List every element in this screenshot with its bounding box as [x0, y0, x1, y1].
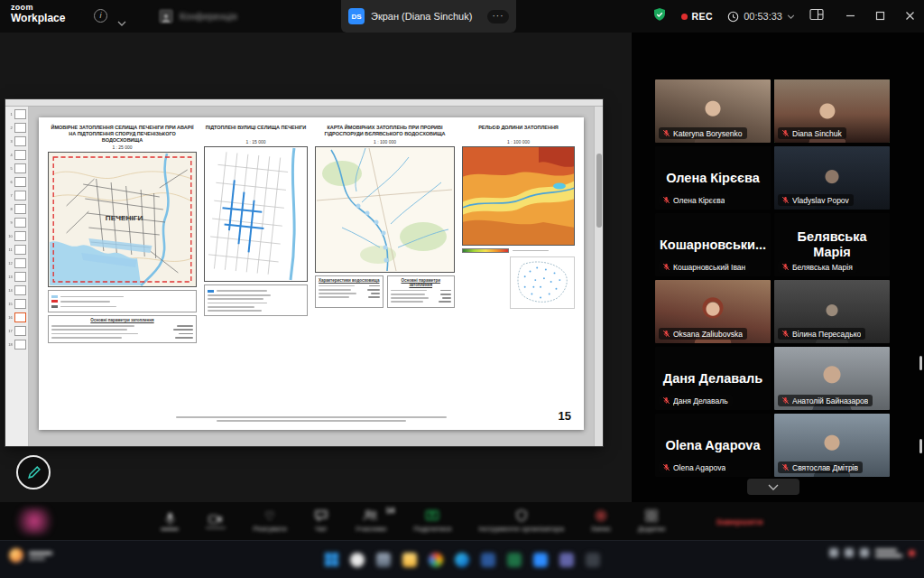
host-tools-button[interactable]: Інструменти організатора — [478, 509, 563, 533]
shared-screen-stage: 1 2 3 4 5 6 7 8 9 10 11 12 13 14 15 16 1… — [0, 33, 632, 502]
participant-name: Олена Кірєєва — [673, 196, 725, 205]
thumb-preview — [14, 163, 26, 173]
end-meeting-button[interactable]: Завершити — [716, 517, 762, 527]
record-button[interactable]: Запис — [591, 509, 611, 533]
tab-more-icon[interactable]: ··· — [487, 10, 509, 23]
heart-icon: ♡ — [264, 510, 275, 522]
thumb-number: 2 — [7, 123, 13, 133]
security-shield-icon[interactable] — [652, 7, 667, 25]
participant-tile[interactable]: Olena Agapova Olena Agapova — [655, 414, 771, 477]
slide-thumbnail[interactable]: 13 — [7, 272, 26, 282]
slide-thumbnail[interactable]: 15 — [7, 299, 26, 309]
share-screen-button[interactable]: Поділитися — [413, 509, 451, 533]
clock-widget[interactable] — [875, 549, 902, 557]
participants-button[interactable]: 14 Учасники — [356, 509, 387, 533]
button-label: Інструменти організатора — [478, 525, 563, 533]
volume-icon[interactable] — [860, 548, 869, 557]
slide-thumbnail[interactable]: 5 — [7, 163, 26, 173]
recording-indicator[interactable]: REC — [681, 11, 714, 22]
participant-tile[interactable]: Kateryna Borysenko — [655, 79, 771, 143]
meeting-timer[interactable]: 00:53:33 — [727, 11, 795, 23]
apps-grid-icon — [645, 509, 658, 522]
windows-start-icon[interactable] — [325, 553, 338, 566]
tab-screen-label: Экран (Diana Sinchuk) — [371, 11, 472, 22]
participant-name: Даня Делаваль — [673, 396, 728, 406]
video-button[interactable] — [206, 514, 226, 529]
slide-thumbnail[interactable]: 10 — [7, 231, 26, 241]
ds-avatar-icon: DS — [348, 8, 365, 24]
settings-icon[interactable] — [586, 553, 600, 567]
participant-tile[interactable]: Oksana Zaliubovska — [655, 280, 771, 343]
edge-icon[interactable] — [455, 553, 469, 567]
mute-button[interactable] — [161, 512, 179, 530]
participant-name-badge: Кошарновський Іван — [659, 261, 750, 273]
participant-name: Olena Agapova — [673, 463, 725, 472]
slide-thumbnail[interactable]: 1 — [7, 109, 26, 119]
title-bar: zoom Workplace i Конференція DS Экран (D… — [0, 0, 924, 33]
participant-tile-active-speaker[interactable]: Diana Sinchuk — [774, 79, 890, 143]
thumb-number: 16 — [7, 312, 13, 322]
slide-thumbnail[interactable]: 9 — [7, 218, 26, 228]
word-icon[interactable] — [481, 553, 495, 567]
slide-thumbnail[interactable]: 12 — [7, 258, 26, 268]
slide-thumbnail[interactable]: 11 — [7, 245, 26, 255]
participant-tile[interactable]: Вілина Пересадько — [774, 280, 890, 343]
canvas-scrollbar[interactable] — [594, 107, 603, 446]
slide-thumbnail[interactable]: 18 — [7, 340, 26, 350]
participant-name: Kateryna Borysenko — [673, 129, 743, 138]
flood-parameters-table: Основні параметри затоплення — [48, 315, 197, 343]
participant-tile[interactable]: Даня Делаваль Даня Делаваль — [655, 347, 771, 410]
slide-thumbnail[interactable]: 3 — [7, 136, 26, 146]
minimize-button[interactable] — [845, 8, 855, 24]
participant-tile[interactable]: Vladyslav Popov — [774, 146, 890, 210]
teams-icon[interactable] — [559, 553, 574, 567]
chrome-icon[interactable] — [429, 553, 443, 567]
participant-name-badge: Вілина Пересадько — [778, 328, 865, 340]
participant-tile[interactable]: Святослав Дмітрів — [774, 414, 890, 477]
notification-dot[interactable] — [909, 550, 915, 556]
slide-thumbnail[interactable]: 4 — [7, 150, 26, 160]
mic-muted-icon — [662, 330, 670, 338]
tab-conference[interactable]: Конференція — [152, 0, 287, 33]
tray-chevron-icon[interactable] — [829, 548, 838, 557]
participant-name-badge: Diana Sinchuk — [778, 127, 846, 139]
participant-tile[interactable]: Кошарновськи... Кошарновський Іван — [655, 213, 771, 276]
scrollbar-thumb[interactable] — [596, 154, 602, 228]
reactions-button[interactable]: ♡ Реагувати — [253, 510, 286, 533]
info-icon[interactable]: i — [94, 9, 107, 23]
sidebar-scrollbar[interactable] — [919, 356, 922, 370]
thumb-preview — [14, 312, 26, 322]
button-label: Завершити — [716, 517, 762, 527]
tab-screen-share[interactable]: DS Экран (Diana Sinchuk) ··· — [341, 0, 516, 33]
zoom-app-icon[interactable] — [533, 553, 548, 567]
view-layout-icon[interactable] — [809, 8, 824, 24]
chat-button[interactable]: Чат — [314, 509, 328, 533]
file-explorer-icon[interactable] — [402, 553, 417, 567]
close-button[interactable] — [905, 8, 915, 24]
search-icon[interactable] — [350, 553, 365, 567]
apps-button[interactable]: Додатки — [638, 509, 665, 533]
slide-thumbnail[interactable]: 6 — [7, 177, 26, 187]
thumb-preview — [14, 204, 26, 214]
participant-tile[interactable]: Олена Кірєєва Олена Кірєєва — [655, 146, 771, 210]
excel-icon[interactable] — [507, 553, 522, 567]
maximize-button[interactable] — [875, 8, 885, 24]
collapse-participants-button[interactable] — [747, 479, 799, 495]
task-view-icon[interactable] — [376, 553, 391, 567]
sidebar-scrollbar[interactable] — [919, 439, 922, 453]
thumb-number: 6 — [7, 177, 13, 187]
slide-thumbnail[interactable]: 14 — [7, 285, 26, 295]
participant-name: Oksana Zaliubovska — [673, 330, 743, 339]
slide-thumbnail[interactable]: 17 — [7, 326, 26, 336]
chevron-down-icon[interactable] — [117, 14, 126, 30]
slide-thumbnail[interactable]: 8 — [7, 204, 26, 214]
participant-tile[interactable]: Анатолій Байназаров — [774, 347, 890, 410]
slide-thumbnail[interactable]: 2 — [7, 123, 26, 133]
slide-thumbnail-selected[interactable]: 16 — [7, 312, 26, 322]
annotate-button[interactable] — [16, 455, 51, 489]
wifi-icon[interactable] — [845, 548, 854, 557]
slide-thumbnail[interactable]: 7 — [7, 191, 26, 200]
participant-name-badge: Даня Делаваль — [659, 395, 733, 406]
mic-icon — [164, 512, 176, 526]
participant-tile[interactable]: Белявська Марія Белявська Марія — [774, 213, 890, 276]
